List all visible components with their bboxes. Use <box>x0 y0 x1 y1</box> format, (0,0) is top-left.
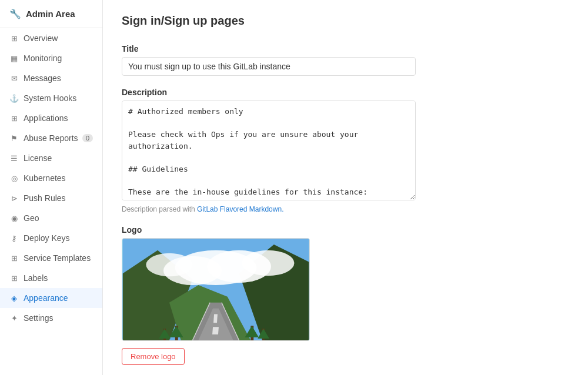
sidebar-item-appearance[interactable]: ◈Appearance <box>0 288 102 308</box>
description-label: Description <box>122 88 569 97</box>
appearance-icon: ◈ <box>9 294 19 303</box>
kubernetes-icon: ◎ <box>9 174 19 183</box>
sidebar-header: 🔧 Admin Area <box>0 0 102 28</box>
sidebar-item-messages[interactable]: ✉Messages <box>0 68 102 88</box>
sidebar-item-abuse-reports[interactable]: ⚑Abuse Reports0 <box>0 128 102 148</box>
page-title: Sign in/Sign up pages <box>122 14 569 28</box>
title-input[interactable] <box>122 57 416 76</box>
settings-icon: ✦ <box>9 314 19 323</box>
abuse-reports-badge: 0 <box>82 134 93 142</box>
sidebar-item-system-hooks[interactable]: ⚓System Hooks <box>0 88 102 108</box>
sidebar-item-kubernetes[interactable]: ◎Kubernetes <box>0 168 102 188</box>
sidebar-item-license[interactable]: ☰License <box>0 148 102 168</box>
wrench-icon: 🔧 <box>9 8 21 19</box>
sidebar-item-overview[interactable]: ⊞Overview <box>0 28 102 48</box>
svg-point-8 <box>242 250 294 276</box>
svg-marker-12 <box>212 327 219 334</box>
sidebar-header-label: Admin Area <box>26 9 75 19</box>
logo-image <box>122 239 309 340</box>
logo-image-container <box>122 238 310 341</box>
license-icon: ☰ <box>9 154 19 163</box>
remove-logo-button[interactable]: Remove logo <box>122 348 185 365</box>
sidebar-item-label-applications: Applications <box>24 113 68 123</box>
service-templates-icon: ⊞ <box>9 254 19 263</box>
sidebar-item-label-settings: Settings <box>24 313 54 323</box>
sidebar-item-service-templates[interactable]: ⊞Service Templates <box>0 248 102 268</box>
sidebar-item-label-geo: Geo <box>24 213 39 223</box>
abuse-reports-icon: ⚑ <box>9 134 19 143</box>
title-label: Title <box>122 44 569 53</box>
sidebar-item-label-license: License <box>24 153 52 163</box>
svg-marker-11 <box>213 314 218 323</box>
logo-group: Logo <box>122 225 569 375</box>
svg-point-7 <box>146 253 192 277</box>
main-content: Sign in/Sign up pages Title Description … <box>103 0 588 375</box>
sidebar-item-label-messages: Messages <box>24 73 61 83</box>
sidebar: 🔧 Admin Area ⊞Overview▦Monitoring✉Messag… <box>0 0 103 375</box>
description-group: Description Description parsed with GitL… <box>122 88 569 213</box>
applications-icon: ⊞ <box>9 114 19 123</box>
sidebar-item-label-system-hooks: System Hooks <box>24 93 76 103</box>
sidebar-item-push-rules[interactable]: ⊳Push Rules <box>0 188 102 208</box>
sidebar-item-label-appearance: Appearance <box>24 293 68 303</box>
description-hint-text: Description parsed with <box>122 205 197 213</box>
sidebar-item-labels[interactable]: ⊞Labels <box>0 268 102 288</box>
logo-label: Logo <box>122 225 569 235</box>
deploy-keys-icon: ⚷ <box>9 234 19 243</box>
sidebar-item-label-overview: Overview <box>24 34 58 43</box>
markdown-link[interactable]: GitLab Flavored Markdown. <box>197 205 283 213</box>
sidebar-item-label-labels: Labels <box>24 273 48 283</box>
sidebar-item-label-push-rules: Push Rules <box>24 193 66 203</box>
messages-icon: ✉ <box>9 74 19 83</box>
sidebar-item-label-kubernetes: Kubernetes <box>24 173 66 183</box>
sidebar-item-monitoring[interactable]: ▦Monitoring <box>0 48 102 68</box>
overview-icon: ⊞ <box>9 34 19 43</box>
sidebar-item-label-abuse-reports: Abuse Reports <box>24 133 78 143</box>
sidebar-item-label-service-templates: Service Templates <box>24 253 91 263</box>
push-rules-icon: ⊳ <box>9 194 19 203</box>
sidebar-item-applications[interactable]: ⊞Applications <box>0 108 102 128</box>
sidebar-item-label-deploy-keys: Deploy Keys <box>24 233 70 243</box>
sidebar-nav: ⊞Overview▦Monitoring✉Messages⚓System Hoo… <box>0 28 102 328</box>
sidebar-item-settings[interactable]: ✦Settings <box>0 308 102 328</box>
sidebar-item-label-monitoring: Monitoring <box>24 53 62 63</box>
description-hint: Description parsed with GitLab Flavored … <box>122 205 569 213</box>
description-textarea[interactable] <box>122 101 416 200</box>
sidebar-item-geo[interactable]: ◉Geo <box>0 208 102 228</box>
labels-icon: ⊞ <box>9 274 19 283</box>
sidebar-item-deploy-keys[interactable]: ⚷Deploy Keys <box>0 228 102 248</box>
system-hooks-icon: ⚓ <box>9 94 19 103</box>
monitoring-icon: ▦ <box>9 54 19 63</box>
title-group: Title <box>122 44 569 76</box>
geo-icon: ◉ <box>9 214 19 223</box>
